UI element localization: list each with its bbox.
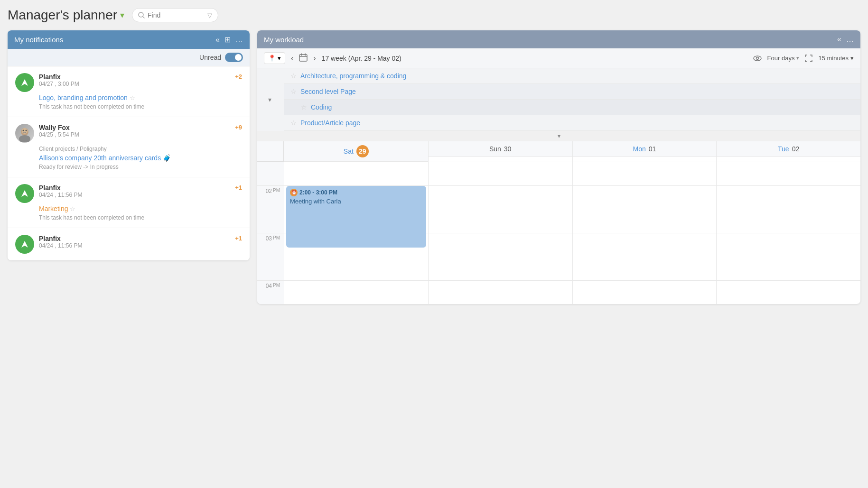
day-cell-sun-04 bbox=[429, 280, 572, 304]
day-num-sun: 30 bbox=[504, 145, 512, 153]
svg-point-7 bbox=[26, 130, 27, 131]
task-name-3: Coding bbox=[311, 103, 332, 111]
day-col-sun: Sun 30 bbox=[428, 141, 572, 162]
notif-time-2: 04/25 , 5:54 PM bbox=[39, 131, 230, 138]
notif-status-1: This task has not been completed on time bbox=[39, 103, 242, 110]
day-name-tue: Tue bbox=[778, 145, 789, 153]
time-label-04: 04 bbox=[266, 283, 272, 289]
notifications-header-actions: « ⊞ … bbox=[215, 35, 243, 44]
day-cell-sat-02: ⏰ 2:00 - 3:00 PM Meeting with Carla bbox=[284, 185, 428, 233]
notifications-grid-btn[interactable]: ⊞ bbox=[224, 35, 231, 44]
calendar-section: Sat 29 Sun 30 Mon 01 bbox=[257, 141, 860, 304]
event-meeting-carla[interactable]: ⏰ 2:00 - 3:00 PM Meeting with Carla bbox=[286, 186, 426, 248]
time-label-03: 03 bbox=[266, 235, 272, 242]
notif-sender-1: Planfix bbox=[39, 73, 230, 81]
avatar-planfix-1 bbox=[15, 73, 34, 92]
next-week-btn[interactable]: › bbox=[311, 53, 317, 64]
day-header-sun: Sun 30 bbox=[429, 141, 572, 157]
notif-meta-2: Wally Fox 04/25 , 5:54 PM bbox=[39, 124, 230, 138]
search-input[interactable] bbox=[148, 11, 205, 19]
calendar-col-sun bbox=[428, 162, 572, 304]
calendar-col-mon bbox=[572, 162, 717, 304]
day-col-mon: Mon 01 bbox=[572, 141, 717, 162]
notif-count-1: +2 bbox=[235, 73, 242, 80]
day-headers: Sat 29 Sun 30 Mon 01 bbox=[257, 141, 860, 162]
task-row-4[interactable]: ☆ Product/Article page bbox=[284, 115, 860, 131]
event-title: Meeting with Carla bbox=[290, 198, 422, 205]
svg-point-6 bbox=[23, 130, 24, 131]
notif-task-2[interactable]: Allison's company 20th anniversary cards… bbox=[39, 154, 242, 162]
calendar-col-tue bbox=[716, 162, 860, 304]
workload-header: My workload « … bbox=[257, 30, 860, 48]
task-star-2[interactable]: ☆ bbox=[290, 88, 297, 95]
notif-meta-1: Planfix 04/27 , 3:00 PM bbox=[39, 73, 230, 87]
task-star-3[interactable]: ☆ bbox=[301, 103, 307, 111]
notif-task-3[interactable]: Marketing ☆ bbox=[39, 205, 242, 212]
svg-marker-2 bbox=[21, 79, 28, 86]
view-selector[interactable]: Four days ▾ bbox=[767, 55, 800, 62]
workload-left-collapse: ▾ bbox=[257, 68, 284, 131]
notification-card-3: Planfix 04/24 , 11:56 PM +1 Marketing ☆ … bbox=[8, 177, 250, 228]
day-num-mon: 01 bbox=[649, 145, 656, 153]
unread-bar: Unread bbox=[8, 49, 250, 66]
unread-label: Unread bbox=[199, 54, 221, 61]
notif-meta-4: Planfix 04/24 , 11:56 PM bbox=[39, 235, 230, 249]
task-name-2: Second level Page bbox=[300, 88, 356, 95]
app-title-text: Manager's planner bbox=[8, 8, 117, 23]
filter-icon[interactable]: ▽ bbox=[207, 12, 212, 19]
day-cell-mon-03 bbox=[573, 233, 717, 280]
collapse-down-icon: ▾ bbox=[558, 133, 560, 139]
notif-time-4: 04/24 , 11:56 PM bbox=[39, 242, 230, 249]
notif-sender-3: Planfix bbox=[39, 184, 230, 192]
day-num-tue: 02 bbox=[792, 145, 800, 153]
task-star-4[interactable]: ☆ bbox=[290, 119, 297, 127]
day-name-sun: Sun bbox=[489, 145, 501, 153]
notifications-more-btn[interactable]: … bbox=[235, 36, 243, 44]
event-time-label: ⏰ 2:00 - 3:00 PM bbox=[290, 189, 422, 196]
notif-top-1: Planfix 04/27 , 3:00 PM +2 bbox=[15, 73, 242, 92]
notifications-collapse-btn[interactable]: « bbox=[215, 36, 220, 44]
task-list: ☆ Architecture, programming & coding ☆ S… bbox=[284, 68, 860, 131]
location-button[interactable]: 📍 ▾ bbox=[264, 52, 285, 64]
notif-task-1[interactable]: Logo, branding and promotion ☆ bbox=[39, 94, 242, 101]
day-cell-mon-02 bbox=[573, 185, 717, 233]
task-row-2[interactable]: ☆ Second level Page bbox=[284, 84, 860, 100]
avatar-planfix-3 bbox=[15, 184, 34, 203]
avatar-planfix-4 bbox=[15, 235, 34, 254]
workload-toolbar: 📍 ▾ ‹ › 17 week (Apr. 29 - May 02) bbox=[257, 48, 860, 68]
calendar-body: 02 PM 03 PM 04 PM bbox=[257, 162, 860, 304]
task-name-4: Product/Article page bbox=[300, 119, 360, 127]
app-title-chevron[interactable]: ▾ bbox=[120, 10, 124, 20]
notifications-panel: My notifications « ⊞ … Unread Planfix bbox=[8, 30, 250, 260]
workload-panel: My workload « … 📍 ▾ ‹ › 17 we bbox=[257, 30, 860, 304]
task-rows-area: ▾ ☆ Architecture, programming & coding ☆… bbox=[257, 68, 860, 131]
star-icon-1[interactable]: ☆ bbox=[130, 94, 135, 101]
star-icon-3[interactable]: ☆ bbox=[70, 205, 75, 212]
location-chevron: ▾ bbox=[278, 55, 281, 62]
eye-icon bbox=[753, 55, 762, 62]
svg-marker-8 bbox=[21, 190, 28, 197]
time-label-02: 02 bbox=[266, 188, 272, 194]
notif-top-2: Wally Fox 04/25 , 5:54 PM +9 bbox=[15, 124, 242, 143]
workload-collapse-btn[interactable]: « bbox=[837, 35, 841, 44]
notif-count-4: +1 bbox=[235, 235, 242, 242]
task-row-1[interactable]: ☆ Architecture, programming & coding bbox=[284, 68, 860, 84]
notif-count-2: +9 bbox=[235, 124, 242, 131]
day-cell-tue-04 bbox=[717, 280, 860, 304]
task-row-3[interactable]: ☆ Coding bbox=[284, 100, 860, 115]
prev-week-btn[interactable]: ‹ bbox=[289, 53, 295, 64]
day-col-tue: Tue 02 bbox=[716, 141, 860, 162]
left-collapse-arrow[interactable]: ▾ bbox=[268, 96, 271, 103]
svg-point-4 bbox=[19, 135, 30, 142]
time-selector[interactable]: 15 minutes ▾ bbox=[818, 55, 854, 62]
main-layout: My notifications « ⊞ … Unread Planfix bbox=[8, 30, 860, 304]
notif-top-3: Planfix 04/24 , 11:56 PM +1 bbox=[15, 184, 242, 203]
day-name-mon: Mon bbox=[633, 145, 645, 153]
calendar-btn[interactable] bbox=[299, 53, 308, 64]
notification-card-1: Planfix 04/27 , 3:00 PM +2 Logo, brandin… bbox=[8, 66, 250, 117]
task-collapse-row[interactable]: ▾ bbox=[257, 131, 860, 141]
workload-more-btn[interactable]: … bbox=[846, 35, 854, 44]
day-cell-mon-04 bbox=[573, 280, 717, 304]
unread-toggle[interactable] bbox=[225, 53, 243, 62]
task-star-1[interactable]: ☆ bbox=[290, 72, 297, 80]
